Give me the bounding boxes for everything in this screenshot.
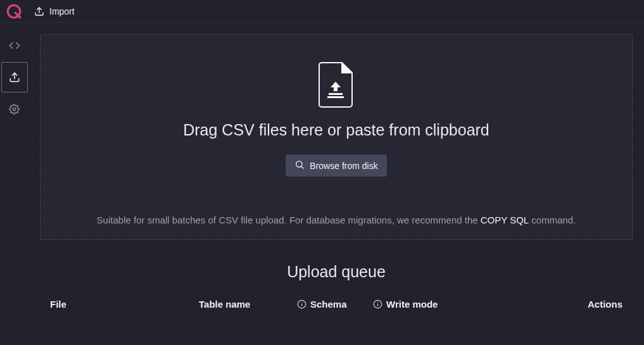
column-header-schema: Schema [297, 299, 373, 310]
app-logo [4, 1, 24, 22]
file-upload-icon [318, 61, 355, 111]
info-icon [297, 299, 306, 309]
svg-line-7 [301, 166, 303, 168]
info-icon [373, 299, 382, 309]
tab-import[interactable]: Import [29, 4, 80, 19]
column-header-file: File [50, 299, 199, 310]
main-content: Drag CSV files here or paste from clipbo… [28, 23, 644, 345]
dropzone-footer-post: command. [529, 215, 576, 225]
svg-point-3 [13, 108, 15, 110]
svg-rect-5 [327, 96, 344, 98]
search-icon [294, 160, 305, 172]
dropzone-footer-pre: Suitable for small batches of CSV file u… [97, 215, 481, 225]
upload-icon [9, 72, 20, 83]
svg-point-6 [296, 161, 302, 167]
topbar: Import [0, 0, 644, 23]
column-header-schema-label: Schema [310, 299, 347, 310]
sidebar-item-import[interactable] [1, 62, 28, 92]
column-header-write-mode: Write mode [373, 299, 500, 310]
upload-queue-title: Upload queue [40, 263, 633, 281]
dropzone-footer: Suitable for small batches of CSV file u… [97, 215, 576, 225]
sidebar [0, 23, 28, 345]
column-header-table-name: Table name [199, 299, 297, 310]
sidebar-item-code[interactable] [1, 32, 28, 60]
sidebar-item-settings[interactable] [1, 95, 28, 123]
column-header-actions: Actions [500, 299, 622, 310]
tab-import-label: Import [49, 6, 75, 16]
svg-rect-4 [329, 93, 343, 95]
column-header-write-mode-label: Write mode [386, 299, 438, 310]
csv-dropzone[interactable]: Drag CSV files here or paste from clipbo… [40, 34, 633, 240]
copy-sql-link[interactable]: COPY SQL [481, 215, 529, 225]
gear-icon [9, 104, 20, 115]
code-icon [9, 40, 20, 51]
queue-table-header: File Table name Schema [40, 299, 633, 316]
upload-icon [34, 6, 44, 16]
browse-button-label: Browse from disk [310, 161, 377, 171]
dropzone-title: Drag CSV files here or paste from clipbo… [183, 121, 489, 139]
browse-from-disk-button[interactable]: Browse from disk [286, 154, 386, 177]
